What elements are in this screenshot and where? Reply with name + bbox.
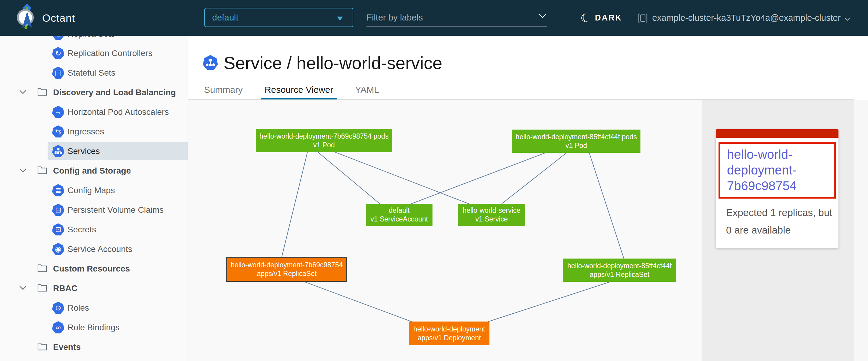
namespace-dropdown-value: default <box>212 13 239 23</box>
caret-down-icon <box>337 17 343 21</box>
sidebar-item-replication-controllers[interactable]: ↻ Replication Controllers <box>0 44 188 62</box>
ingresses-icon: ⇆ <box>52 125 64 138</box>
right-gutter <box>854 100 868 361</box>
sidebar-item-horizontal-pod-autoscalers[interactable]: ⇔ Horizontal Pod Autoscalers <box>0 103 188 121</box>
sidebar-group-custom-resources[interactable]: Custom Resources <box>0 260 188 278</box>
sidebar-nav: ⧉ Replica Sets ↻ Replication Controllers… <box>0 36 188 361</box>
role-bindings-icon: ∞ <box>52 321 64 334</box>
sidebar-item-stateful-sets[interactable]: ▤ Stateful Sets <box>0 64 188 82</box>
roles-icon: ⊙ <box>52 302 64 314</box>
sidebar-item-secrets[interactable]: ⊡ Secrets <box>0 221 188 239</box>
sidebar-item-ingresses[interactable]: ⇆ Ingresses <box>0 123 188 141</box>
sidebar-item-persistent-volume-claims[interactable]: ⊟ Persistent Volume Claims <box>0 201 188 219</box>
replica-sets-icon: ⧉ <box>52 36 64 40</box>
graph-node-pod-85ff4cf44f[interactable]: hello-world-deployment-85ff4cf44f pods v… <box>512 130 641 153</box>
tab-summary[interactable]: Summary <box>200 81 246 100</box>
sidebar-item-services[interactable]: Services <box>0 142 188 160</box>
chevron-down-icon[interactable] <box>19 90 27 95</box>
chevron-down-icon[interactable] <box>19 168 27 173</box>
sidebar-item-roles[interactable]: ⊙ Roles <box>0 299 188 317</box>
cluster-context-label: example-cluster-ka3TuTzYo4a@example-clus… <box>652 13 841 23</box>
octant-logo-icon <box>16 3 38 33</box>
graph-node-deployment-hello-world[interactable]: hello-world-deployment apps/v1 Deploymen… <box>409 322 490 345</box>
graph-node-replicaset-85ff4cf44f[interactable]: hello-world-deployment-85ff4cf44f apps/v… <box>563 259 676 282</box>
content-header: Service / hello-world-service Summary Re… <box>188 36 868 100</box>
moon-icon: ☾ <box>579 11 592 24</box>
config-maps-icon: ≣ <box>52 184 64 197</box>
error-highlight-box: hello-world-deployment-7b69c98754 <box>718 142 836 199</box>
logo-bottom-dot <box>24 26 27 29</box>
cluster-context-icon <box>638 13 648 23</box>
app-title: Octant <box>42 0 75 36</box>
graph-node-serviceaccount-default[interactable]: default v1 ServiceAccount <box>366 204 433 226</box>
detail-panel: hello-world-deployment-7b69c98754 Expect… <box>702 100 854 361</box>
tab-bar: Summary Resource Viewer YAML <box>200 81 396 100</box>
folder-icon <box>37 284 47 293</box>
horizontal-pod-autoscalers-icon: ⇔ <box>52 106 64 119</box>
sidebar-item-config-maps[interactable]: ≣ Config Maps <box>0 182 188 199</box>
resource-link[interactable]: hello-world-deployment-7b69c98754 <box>727 147 831 194</box>
replication-controllers-icon: ↻ <box>52 47 64 60</box>
stateful-sets-icon: ▤ <box>52 67 64 79</box>
sidebar-group-discovery-and-load-balancing[interactable]: Discovery and Load Balancing <box>0 84 188 102</box>
namespace-dropdown[interactable]: default <box>204 8 353 27</box>
services-icon <box>52 145 64 158</box>
persistent-volume-claims-icon: ⊟ <box>52 204 64 216</box>
sidebar-group-rbac[interactable]: RBAC <box>0 280 188 297</box>
replica-warning-message: Expected 1 replicas, but 0 are available <box>716 199 838 248</box>
cluster-context-selector[interactable]: example-cluster-ka3TuTzYo4a@example-clus… <box>638 0 850 36</box>
service-accounts-icon: ◉ <box>52 243 64 256</box>
error-status-bar <box>716 129 838 138</box>
resource-detail-card: hello-world-deployment-7b69c98754 Expect… <box>716 129 838 248</box>
graph-node-replicaset-7b69c98754[interactable]: hello-world-deployment-7b69c98754 apps/v… <box>226 257 347 282</box>
chevron-down-icon[interactable] <box>538 13 547 19</box>
folder-icon <box>37 88 47 97</box>
app-header: Octant default ☾ DARK example-cluster-ka… <box>0 0 868 36</box>
folder-icon <box>37 166 47 176</box>
folder-icon <box>37 342 47 352</box>
label-filter-input[interactable] <box>367 9 547 27</box>
sidebar-group-events[interactable]: Events <box>0 338 188 356</box>
sidebar-item-role-bindings[interactable]: ∞ Role Bindings <box>0 319 188 337</box>
graph-node-pod-7b69c98754[interactable]: hello-world-deployment-7b69c98754 pods v… <box>256 129 392 152</box>
sidebar-item-service-accounts[interactable]: ◉ Service Accounts <box>0 240 188 258</box>
sidebar-item-replica-sets[interactable]: ⧉ Replica Sets <box>0 36 188 43</box>
chevron-down-icon <box>844 17 850 22</box>
secrets-icon: ⊡ <box>52 223 64 236</box>
page-title: Service / hello-world-service <box>224 53 442 73</box>
dark-theme-toggle[interactable]: ☾ DARK <box>581 0 622 36</box>
folder-icon <box>37 264 47 274</box>
service-kind-icon <box>203 55 218 71</box>
tab-yaml[interactable]: YAML <box>351 81 382 100</box>
dark-theme-label: DARK <box>595 13 622 23</box>
tab-resource-viewer[interactable]: Resource Viewer <box>261 81 337 100</box>
page-title-row: Service / hello-world-service <box>203 53 442 73</box>
resource-viewer-graph: hello-world-deployment-7b69c98754 pods v… <box>188 100 702 361</box>
octant-app: Octant default ☾ DARK example-cluster-ka… <box>0 0 868 361</box>
chevron-down-icon[interactable] <box>19 286 27 291</box>
label-filter <box>367 9 547 27</box>
logo-top-dot <box>26 7 28 9</box>
graph-node-service-hello-world[interactable]: hello-world-service v1 Service <box>458 204 525 226</box>
sidebar-group-config-and-storage[interactable]: Config and Storage <box>0 162 188 180</box>
